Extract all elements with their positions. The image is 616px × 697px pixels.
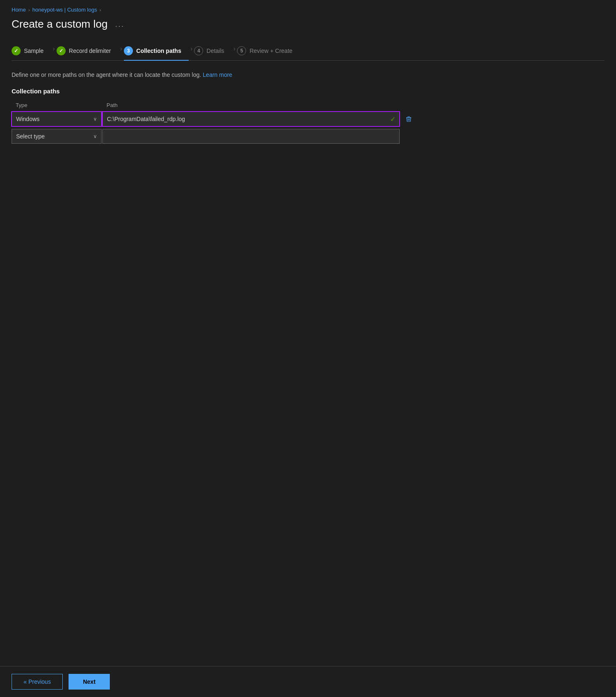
table-row: Windows ∨ ✓ bbox=[12, 112, 416, 126]
step-review-create-badge: 5 bbox=[237, 46, 246, 55]
collection-paths-title: Collection paths bbox=[12, 88, 416, 95]
description: Define one or more paths on the agent wh… bbox=[12, 71, 604, 79]
step-collection-paths-badge: 3 bbox=[124, 46, 133, 55]
type-select-1[interactable]: Select type ∨ bbox=[12, 129, 102, 144]
table-header: Type Path bbox=[12, 100, 416, 110]
step-sample-label: Sample bbox=[24, 48, 43, 54]
checkmark-icon-0: ✓ bbox=[390, 115, 396, 123]
breadcrumb-home[interactable]: Home bbox=[12, 7, 26, 13]
type-value-1: Select type bbox=[16, 133, 45, 140]
step-sample-badge: ✓ bbox=[12, 46, 21, 55]
step-collection-paths-label: Collection paths bbox=[136, 48, 181, 54]
collection-paths-section: Collection paths Type Path Windows ∨ ✓ bbox=[12, 88, 416, 144]
type-header: Type bbox=[12, 100, 103, 110]
step-details[interactable]: 4 Details bbox=[194, 42, 232, 60]
step-review-create-label: Review + Create bbox=[249, 48, 292, 54]
path-input-wrapper-0: ✓ bbox=[102, 112, 400, 126]
path-header: Path bbox=[103, 100, 399, 110]
type-select-0[interactable]: Windows ∨ bbox=[12, 112, 102, 126]
svg-rect-1 bbox=[408, 117, 410, 117]
path-input-wrapper-1 bbox=[102, 129, 400, 144]
step-sep-4: › bbox=[233, 45, 235, 57]
description-text: Define one or more paths on the agent wh… bbox=[12, 71, 201, 78]
next-button[interactable]: Next bbox=[69, 674, 110, 690]
step-record-delimiter-badge: ✓ bbox=[57, 46, 66, 55]
chevron-down-icon-1: ∨ bbox=[93, 133, 97, 139]
wizard-steps: ✓ Sample › ✓ Record delimiter › 3 Collec… bbox=[12, 42, 604, 61]
footer: « Previous Next bbox=[0, 666, 616, 697]
breadcrumb-chevron-1: › bbox=[28, 7, 30, 12]
breadcrumb-chevron-2: › bbox=[100, 7, 101, 12]
step-record-delimiter[interactable]: ✓ Record delimiter bbox=[57, 42, 118, 60]
learn-more-link[interactable]: Learn more bbox=[203, 71, 232, 78]
more-options-button[interactable]: ... bbox=[113, 18, 127, 31]
path-input-0[interactable] bbox=[102, 112, 400, 126]
action-header bbox=[399, 100, 415, 110]
previous-button[interactable]: « Previous bbox=[12, 674, 63, 690]
delete-button-0[interactable] bbox=[401, 113, 416, 125]
step-review-create[interactable]: 5 Review + Create bbox=[237, 42, 300, 60]
step-sep-3: › bbox=[190, 45, 192, 57]
step-sep-2: › bbox=[120, 45, 122, 57]
breadcrumb-section[interactable]: honeypot-ws | Custom logs bbox=[32, 7, 97, 13]
step-details-label: Details bbox=[206, 48, 224, 54]
step-record-delimiter-label: Record delimiter bbox=[69, 48, 111, 54]
table-row: Select type ∨ bbox=[12, 129, 416, 144]
page-title-row: Create a custom log ... bbox=[12, 18, 604, 31]
path-input-1[interactable] bbox=[102, 129, 400, 144]
step-collection-paths[interactable]: 3 Collection paths bbox=[124, 42, 189, 60]
breadcrumb: Home › honeypot-ws | Custom logs › bbox=[12, 7, 604, 13]
type-value-0: Windows bbox=[16, 116, 40, 122]
page-title: Create a custom log bbox=[12, 18, 108, 31]
step-sep-1: › bbox=[52, 45, 54, 57]
chevron-down-icon-0: ∨ bbox=[93, 116, 97, 122]
step-details-badge: 4 bbox=[194, 46, 203, 55]
step-sample[interactable]: ✓ Sample bbox=[12, 42, 51, 60]
